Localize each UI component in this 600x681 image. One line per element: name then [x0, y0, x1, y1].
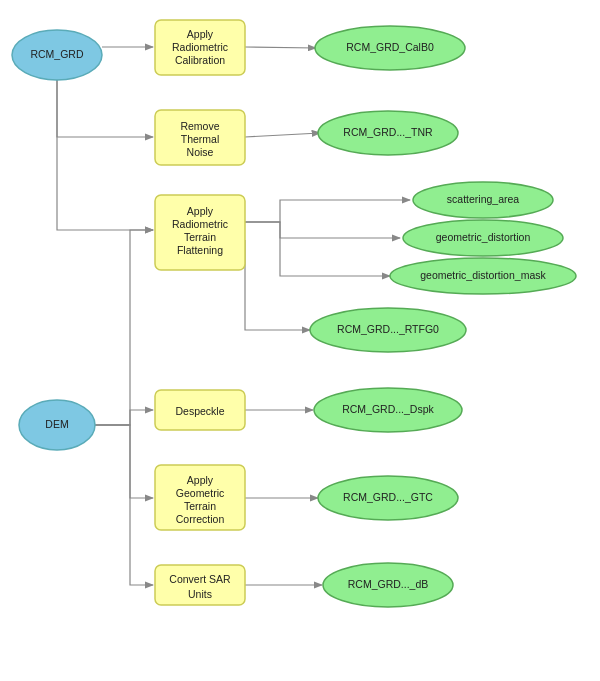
- apply-rtf-label1: Apply: [187, 205, 214, 217]
- rcm-gtc-label: RCM_GRD..._GTC: [343, 491, 433, 503]
- rcm-dspk-label: RCM_GRD..._Dspk: [342, 403, 434, 415]
- convert-sar-label1: Convert SAR: [169, 573, 231, 585]
- remove-thermal-label1: Remove: [180, 120, 219, 132]
- apply-radio-calib-label2: Radiometric: [172, 41, 228, 53]
- remove-thermal-label3: Noise: [187, 146, 214, 158]
- dem-label: DEM: [45, 418, 68, 430]
- rcm-tnr-label: RCM_GRD..._TNR: [343, 126, 433, 138]
- apply-gtc-label2: Geometric: [176, 487, 224, 499]
- apply-radio-calib-label3: Calibration: [175, 54, 225, 66]
- apply-rtf-label2: Radiometric: [172, 218, 228, 230]
- geometric-distortion-label: geometric_distortion: [436, 231, 531, 243]
- apply-rtf-label3: Terrain: [184, 231, 216, 243]
- despeckle-label: Despeckle: [175, 405, 224, 417]
- rcm-calb0-label: RCM_GRD_CalB0: [346, 41, 434, 53]
- apply-gtc-label3: Terrain: [184, 500, 216, 512]
- svg-line-2: [245, 47, 316, 48]
- apply-gtc-label1: Apply: [187, 474, 214, 486]
- scattering-area-label: scattering_area: [447, 193, 520, 205]
- rcm-db-label: RCM_GRD..._dB: [348, 578, 429, 590]
- geometric-distortion-mask-label: geometric_distortion_mask: [420, 269, 546, 281]
- svg-line-3: [245, 133, 320, 137]
- rcm-grd-label: RCM_GRD: [30, 48, 84, 60]
- apply-radio-calib-label: Apply: [187, 28, 214, 40]
- apply-gtc-label4: Correction: [176, 513, 225, 525]
- rcm-rtfg0-label: RCM_GRD..._RTFG0: [337, 323, 439, 335]
- apply-rtf-label4: Flattening: [177, 244, 223, 256]
- remove-thermal-label2: Thermal: [181, 133, 220, 145]
- convert-sar-label2: Units: [188, 588, 212, 600]
